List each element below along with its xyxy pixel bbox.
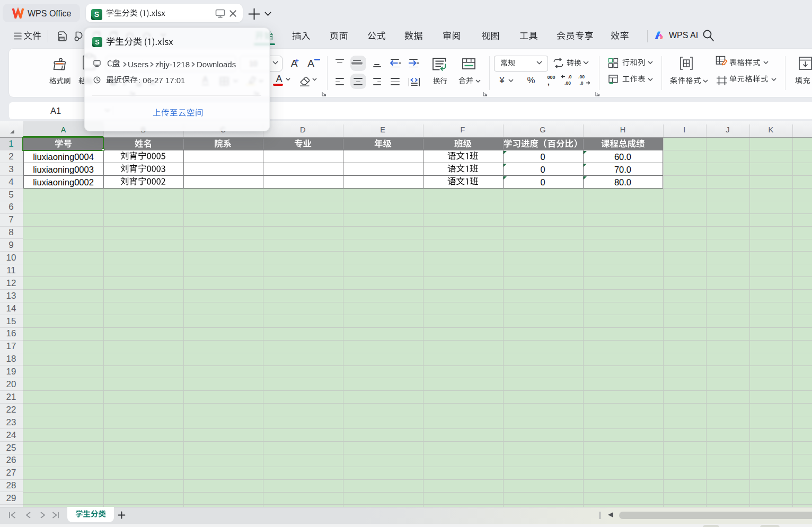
- svg-text:.00: .00: [578, 74, 585, 79]
- svg-text:.0: .0: [568, 74, 571, 79]
- svg-text:.0: .0: [579, 81, 583, 86]
- svg-text:,: ,: [548, 78, 550, 86]
- svg-text:.00: .00: [564, 81, 571, 86]
